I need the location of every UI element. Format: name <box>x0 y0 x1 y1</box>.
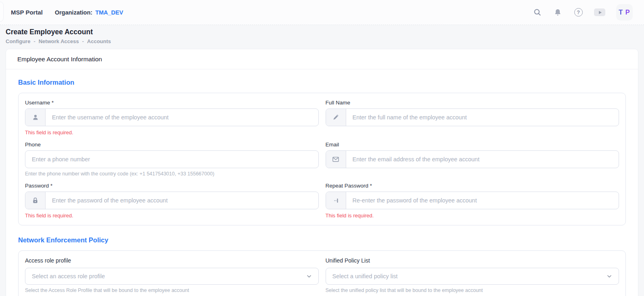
topbar-actions: ? T P <box>532 4 633 21</box>
repeat-password-field-block: Repeat Password * This field is required… <box>326 183 619 219</box>
unified-policy-list-help-text: Select the unified policy list that will… <box>326 288 619 293</box>
username-error: This field is required. <box>25 129 319 135</box>
lock-icon <box>25 192 46 209</box>
breadcrumb-network-access[interactable]: Network Access <box>39 38 79 44</box>
password-input-group <box>25 192 319 209</box>
breadcrumb-accounts[interactable]: Accounts <box>87 38 111 44</box>
repeat-password-error: This field is required. <box>326 213 619 219</box>
access-role-profile-help-text: Select the Access Role Profile that will… <box>25 288 319 293</box>
brand-title[interactable]: MSP Portal <box>11 9 43 16</box>
unified-policy-list-field-block: Unified Policy List Select a unified pol… <box>326 257 619 293</box>
avatar[interactable]: T P <box>616 4 633 21</box>
envelope-icon <box>326 151 346 168</box>
section-title-network-enforcement-policy: Network Enforcement Policy <box>18 236 626 244</box>
username-field-block: Username * This field is required. <box>25 100 319 135</box>
organization-label: Organization: <box>55 9 92 16</box>
avatar-initials: T P <box>619 8 630 16</box>
page-head: Create Employee Account Configure - Netw… <box>0 25 644 49</box>
organization-value[interactable]: TMA_DEV <box>95 9 123 16</box>
phone-field-block: Phone Enter the phone number with the co… <box>25 142 319 177</box>
repeat-password-input[interactable] <box>346 192 619 209</box>
username-input-group <box>25 108 319 126</box>
pencil-icon <box>326 109 346 126</box>
username-input[interactable] <box>46 109 318 126</box>
password-input[interactable] <box>46 192 318 209</box>
user-icon <box>25 109 46 126</box>
chevron-down-icon <box>306 273 312 279</box>
card-body: Basic Information Username * <box>6 69 638 296</box>
access-role-profile-field-block: Access role profile Select an access rol… <box>25 257 319 293</box>
email-label: Email <box>326 142 619 148</box>
network-enforcement-policy-fieldset: Access role profile Select an access rol… <box>18 250 626 296</box>
retype-password-icon <box>326 192 346 209</box>
email-input[interactable] <box>346 151 619 168</box>
section-title-basic-information: Basic Information <box>18 79 626 86</box>
unified-policy-list-select[interactable]: Select a unified policy list <box>326 268 619 285</box>
phone-input[interactable] <box>25 151 318 168</box>
access-role-profile-placeholder: Select an access role profile <box>32 273 105 279</box>
repeat-password-label: Repeat Password * <box>326 183 619 189</box>
card-title: Employee Account Information <box>6 49 638 69</box>
password-field-block: Password * This field is required. <box>25 183 319 219</box>
page-title: Create Employee Account <box>6 28 638 36</box>
phone-label: Phone <box>25 142 319 148</box>
employee-account-card: Employee Account Information Basic Infor… <box>6 49 638 296</box>
full-name-input[interactable] <box>346 109 619 126</box>
email-input-group <box>326 150 619 168</box>
email-field-block: Email <box>326 142 619 177</box>
sidebar-edge <box>0 2 4 22</box>
breadcrumb-configure[interactable]: Configure <box>6 38 30 44</box>
password-error: This field is required. <box>25 213 319 219</box>
unified-policy-list-placeholder: Select a unified policy list <box>332 273 398 279</box>
organization-switcher: Organization: TMA_DEV <box>55 9 123 16</box>
video-tutorial-button[interactable] <box>594 8 605 16</box>
breadcrumb-separator: - <box>82 38 84 44</box>
breadcrumb: Configure - Network Access - Accounts <box>6 38 638 44</box>
help-question-glyph: ? <box>574 8 583 17</box>
bell-icon[interactable] <box>553 8 563 17</box>
full-name-field-block: Full Name <box>326 100 619 135</box>
basic-information-fieldset: Username * This field is required. <box>18 93 626 225</box>
top-bar: MSP Portal Organization: TMA_DEV ? T P <box>0 0 644 25</box>
full-name-label: Full Name <box>326 100 619 106</box>
chevron-down-icon <box>607 273 612 279</box>
repeat-password-input-group <box>326 192 619 209</box>
username-label: Username * <box>25 100 319 106</box>
full-name-input-group <box>326 108 619 126</box>
access-role-profile-label: Access role profile <box>25 257 319 264</box>
unified-policy-list-label: Unified Policy List <box>326 257 619 264</box>
access-role-profile-select[interactable]: Select an access role profile <box>25 268 319 285</box>
help-icon[interactable]: ? <box>573 8 583 17</box>
phone-help-text: Enter the phone number with the country … <box>25 171 319 177</box>
play-icon <box>599 11 602 14</box>
breadcrumb-separator: - <box>33 38 35 44</box>
password-label: Password * <box>25 183 319 189</box>
phone-input-group <box>25 150 319 168</box>
search-icon[interactable] <box>532 8 542 17</box>
